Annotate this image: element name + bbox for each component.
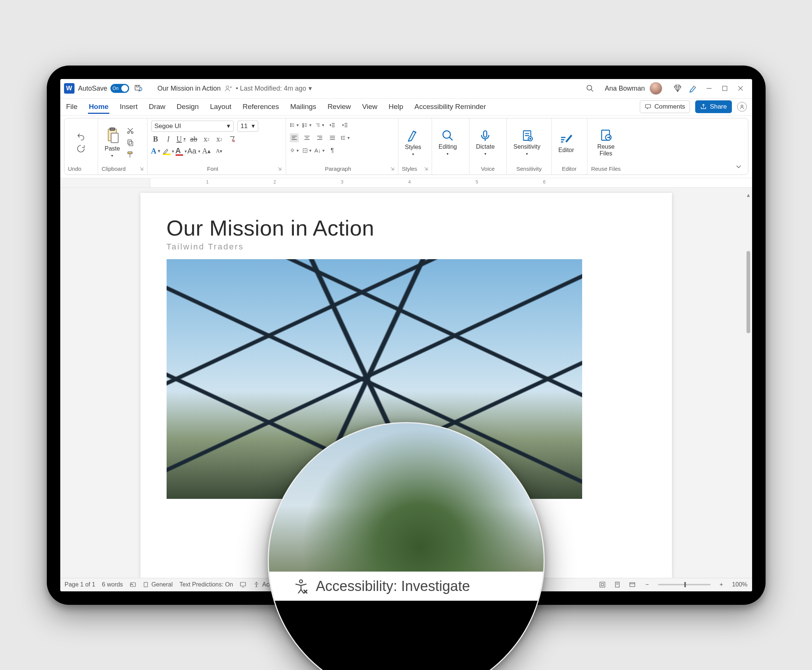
font-name-select[interactable]: Segoe UI▾ — [151, 120, 234, 132]
tab-design[interactable]: Design — [176, 100, 199, 114]
editor-button[interactable]: Editor — [555, 130, 577, 155]
svg-point-1 — [226, 86, 229, 88]
tab-home[interactable]: Home — [88, 100, 109, 114]
bold-button[interactable]: B — [151, 135, 160, 144]
status-predictions[interactable]: Text Predictions: On — [179, 581, 233, 588]
group-clipboard: Paste ▾ Clipboard⇲ — [98, 118, 147, 174]
show-marks-button[interactable]: ¶ — [328, 146, 337, 155]
diamond-premium-icon[interactable] — [670, 81, 685, 96]
clipboard-launcher-icon[interactable]: ⇲ — [140, 166, 143, 171]
tab-layout[interactable]: Layout — [209, 100, 232, 114]
comments-button[interactable]: Comments — [640, 100, 690, 113]
styles-button[interactable]: Styles▾ — [402, 127, 425, 158]
reuse-files-button[interactable]: Reuse Files — [591, 127, 621, 158]
tab-accessibility-reminder[interactable]: Accessibility Reminder — [414, 100, 487, 114]
subscript-button[interactable]: x2 — [202, 135, 211, 144]
maximize-button[interactable] — [717, 81, 733, 96]
vertical-scrollbar[interactable]: ▴ — [745, 191, 751, 574]
shading-button[interactable] — [290, 146, 299, 155]
italic-button[interactable]: I — [164, 135, 173, 144]
copy-button[interactable] — [126, 138, 135, 147]
editing-button[interactable]: Editing▾ — [436, 128, 460, 157]
scrollbar-thumb[interactable] — [746, 251, 750, 333]
grow-font-button[interactable]: A▴ — [202, 147, 211, 156]
shrink-font-button[interactable]: A▾ — [215, 147, 224, 156]
format-painter-button[interactable] — [126, 150, 135, 159]
redo-button[interactable] — [76, 144, 85, 153]
styles-launcher-icon[interactable]: ⇲ — [424, 166, 428, 171]
tab-view[interactable]: View — [361, 100, 378, 114]
tab-file[interactable]: File — [66, 100, 79, 114]
share-button[interactable]: Share — [695, 100, 731, 113]
coming-soon-icon[interactable] — [685, 81, 701, 96]
sort-button[interactable]: A↓ — [315, 146, 324, 155]
change-case-button[interactable]: Aa — [189, 147, 198, 156]
zoom-out-button[interactable]: − — [643, 580, 652, 589]
zoom-slider[interactable] — [658, 584, 711, 585]
focus-mode-icon[interactable] — [598, 580, 606, 589]
align-center-button[interactable] — [302, 133, 311, 142]
font-size-select[interactable]: 11▾ — [237, 120, 258, 132]
search-icon[interactable] — [586, 84, 594, 93]
print-layout-icon[interactable] — [613, 580, 621, 589]
sensitivity-button[interactable]: Sensitivity▾ — [511, 128, 544, 157]
autosave-toggle[interactable]: On — [110, 84, 129, 93]
decrease-indent-button[interactable] — [328, 120, 337, 130]
status-display-icon[interactable] — [240, 581, 246, 588]
tab-insert[interactable]: Insert — [119, 100, 138, 114]
align-right-button[interactable] — [315, 133, 324, 142]
justify-button[interactable] — [328, 133, 337, 142]
font-color-button[interactable]: A — [177, 147, 186, 156]
paste-button[interactable]: Paste ▾ — [102, 126, 123, 159]
strikethrough-button[interactable]: ab — [189, 135, 198, 144]
status-page[interactable]: Page 1 of 1 — [65, 581, 95, 588]
paragraph-launcher-icon[interactable]: ⇲ — [390, 166, 394, 171]
align-left-button[interactable] — [290, 133, 299, 142]
dictate-button[interactable]: Dictate▾ — [473, 128, 498, 157]
save-sync-icon[interactable] — [133, 84, 143, 93]
svg-rect-34 — [630, 583, 635, 587]
zoom-level[interactable]: 100% — [732, 581, 748, 588]
cut-button[interactable] — [126, 126, 135, 135]
clear-formatting-button[interactable] — [228, 135, 236, 144]
minimize-button[interactable] — [701, 81, 717, 96]
highlight-button[interactable] — [164, 147, 173, 156]
line-spacing-button[interactable] — [341, 133, 349, 142]
tab-review[interactable]: Review — [327, 100, 351, 114]
superscript-button[interactable]: x2 — [215, 135, 224, 144]
multilevel-button[interactable] — [315, 120, 324, 130]
toggle-knob — [121, 85, 128, 92]
tab-mailings[interactable]: Mailings — [289, 100, 317, 114]
web-layout-icon[interactable] — [628, 580, 636, 589]
document-subheading[interactable]: Tailwind Traders — [167, 242, 646, 252]
undo-button[interactable] — [76, 132, 85, 141]
status-words[interactable]: 6 words — [102, 581, 123, 588]
account-button[interactable]: Ana Bowman — [604, 82, 662, 95]
account-manager-icon[interactable] — [737, 102, 747, 112]
borders-button[interactable] — [302, 146, 311, 155]
increase-indent-button[interactable] — [341, 120, 349, 130]
group-sensitivity: Sensitivity▾ Sensitivity — [507, 118, 552, 174]
last-modified[interactable]: • Last Modified: 4m ago ▾ — [236, 84, 312, 93]
tab-help[interactable]: Help — [388, 100, 404, 114]
horizontal-ruler[interactable]: 1 2 3 4 5 6 — [60, 178, 752, 188]
presence-icon[interactable] — [225, 85, 232, 92]
accessibility-person-icon — [293, 578, 309, 595]
status-language-icon[interactable] — [130, 581, 136, 588]
zoom-in-button[interactable]: + — [717, 580, 726, 589]
scroll-up-icon[interactable]: ▴ — [747, 191, 750, 198]
document-title[interactable]: Our Mission in Action — [158, 85, 221, 93]
close-button[interactable] — [733, 81, 748, 96]
document-heading[interactable]: Our Mission in Action — [167, 215, 646, 240]
status-sensitivity[interactable]: General — [143, 581, 172, 588]
user-name: Ana Bowman — [604, 85, 645, 93]
svg-rect-22 — [484, 131, 487, 137]
tab-references[interactable]: References — [242, 100, 280, 114]
font-launcher-icon[interactable]: ⇲ — [278, 166, 282, 171]
bullets-button[interactable] — [290, 120, 299, 130]
underline-button[interactable]: U — [177, 135, 186, 144]
numbering-button[interactable]: 123 — [302, 120, 311, 130]
text-effects-button[interactable]: A — [151, 147, 160, 156]
ribbon-collapse-icon[interactable] — [734, 162, 743, 171]
tab-draw[interactable]: Draw — [148, 100, 166, 114]
